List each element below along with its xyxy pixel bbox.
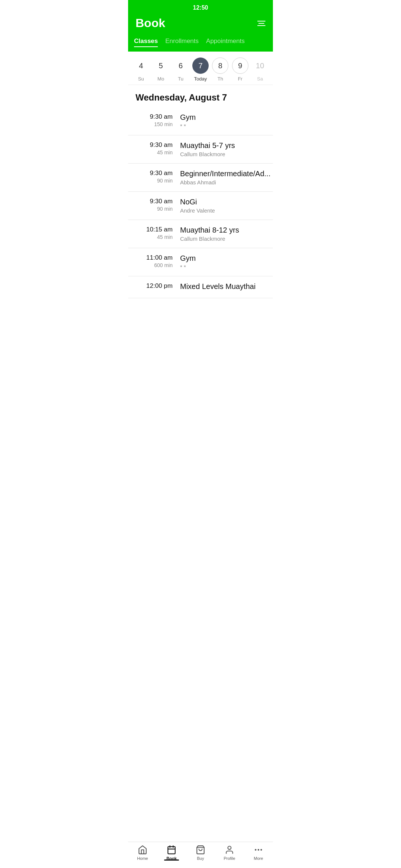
date-num-9: 9 <box>232 57 248 74</box>
date-label-4: Su <box>138 76 144 82</box>
day-title: Wednesday, August 7 <box>128 85 273 107</box>
date-picker: 4 Su 5 Mo 6 Tu 7 Today 8 Th 9 Fr 10 Sa <box>128 52 273 85</box>
class-time-dur-3: 90 min <box>136 206 173 212</box>
class-instructor-2: Abbas Ahmadi <box>180 179 270 185</box>
date-label-10: Sa <box>257 76 263 82</box>
class-info-6: Mixed Levels Muaythai <box>180 282 265 292</box>
class-instructor-0: * * <box>180 123 265 129</box>
class-item-5[interactable]: 11:00 am 600 min Gym * * <box>128 248 273 276</box>
date-item-7[interactable]: 7 Today <box>192 57 209 82</box>
class-item-3[interactable]: 9:30 am 90 min NoGi Andre Valente <box>128 192 273 220</box>
class-time-2: 9:30 am 90 min <box>136 170 173 184</box>
date-label-8: Th <box>218 76 223 82</box>
class-info-2: Beginner/Intermediate/Ad... Abbas Ahmadi <box>180 170 270 185</box>
class-item-2[interactable]: 9:30 am 90 min Beginner/Intermediate/Ad.… <box>128 164 273 192</box>
class-time-3: 9:30 am 90 min <box>136 198 173 212</box>
date-item-10[interactable]: 10 Sa <box>251 57 269 82</box>
class-item-6[interactable]: 12:00 pm Mixed Levels Muaythai <box>128 276 273 298</box>
class-info-4: Muaythai 8-12 yrs Callum Blackmore <box>180 226 265 242</box>
class-time-4: 10:15 am 45 min <box>136 226 173 240</box>
class-name-5: Gym <box>180 254 265 263</box>
date-num-4: 4 <box>133 57 149 74</box>
date-num-7: 7 <box>192 57 209 74</box>
class-time-0: 9:30 am 150 min <box>136 113 173 127</box>
filter-line-2 <box>258 23 264 24</box>
class-time-main-1: 9:30 am <box>136 141 173 149</box>
tabs-bar: Classes Enrollments Appointments <box>128 36 273 52</box>
class-list: 9:30 am 150 min Gym * * 9:30 am 45 min M… <box>128 107 273 298</box>
date-num-6: 6 <box>173 57 189 74</box>
class-info-1: Muaythai 5-7 yrs Callum Blackmore <box>180 141 265 157</box>
date-label-7: Today <box>194 76 207 82</box>
content-scroll: Wednesday, August 7 9:30 am 150 min Gym … <box>128 85 273 335</box>
class-name-6: Mixed Levels Muaythai <box>180 282 265 291</box>
class-instructor-4: Callum Blackmore <box>180 236 265 242</box>
date-label-5: Mo <box>157 76 164 82</box>
class-item-1[interactable]: 9:30 am 45 min Muaythai 5-7 yrs Callum B… <box>128 135 273 164</box>
status-bar: 12:50 <box>128 0 273 13</box>
date-num-5: 5 <box>153 57 169 74</box>
tab-enrollments[interactable]: Enrollments <box>165 36 199 47</box>
date-item-6[interactable]: 6 Tu <box>172 57 190 82</box>
class-info-3: NoGi Andre Valente <box>180 198 265 214</box>
header-title: Book <box>136 16 165 30</box>
class-name-0: Gym <box>180 113 265 122</box>
date-num-8: 8 <box>212 57 228 74</box>
class-name-3: NoGi <box>180 198 265 206</box>
date-label-9: Fr <box>238 76 242 82</box>
class-name-1: Muaythai 5-7 yrs <box>180 141 265 150</box>
filter-icon[interactable] <box>257 21 265 26</box>
class-instructor-3: Andre Valente <box>180 207 265 214</box>
class-time-dur-4: 45 min <box>136 234 173 240</box>
class-time-dur-1: 45 min <box>136 149 173 155</box>
class-time-main-5: 11:00 am <box>136 254 173 262</box>
filter-line-1 <box>257 21 265 22</box>
date-num-10: 10 <box>252 57 268 74</box>
class-time-main-0: 9:30 am <box>136 113 173 121</box>
class-time-dur-0: 150 min <box>136 121 173 127</box>
class-time-main-2: 9:30 am <box>136 170 173 177</box>
filter-line-3 <box>257 25 265 26</box>
class-time-dur-2: 90 min <box>136 178 173 184</box>
class-name-4: Muaythai 8-12 yrs <box>180 226 265 234</box>
class-time-main-3: 9:30 am <box>136 198 173 205</box>
class-time-dur-5: 600 min <box>136 262 173 268</box>
date-item-9[interactable]: 9 Fr <box>231 57 249 82</box>
class-time-6: 12:00 pm <box>136 282 173 290</box>
tab-appointments[interactable]: Appointments <box>206 36 245 47</box>
class-time-main-6: 12:00 pm <box>136 282 173 290</box>
class-time-1: 9:30 am 45 min <box>136 141 173 155</box>
class-instructor-5: * * <box>180 264 265 270</box>
class-info-5: Gym * * <box>180 254 265 270</box>
status-time: 12:50 <box>193 4 208 11</box>
date-item-8[interactable]: 8 Th <box>211 57 229 82</box>
date-item-4[interactable]: 4 Su <box>132 57 150 82</box>
date-item-5[interactable]: 5 Mo <box>152 57 170 82</box>
class-item-4[interactable]: 10:15 am 45 min Muaythai 8-12 yrs Callum… <box>128 220 273 248</box>
class-info-0: Gym * * <box>180 113 265 129</box>
class-item-0[interactable]: 9:30 am 150 min Gym * * <box>128 107 273 135</box>
date-label-6: Tu <box>178 76 183 82</box>
class-instructor-1: Callum Blackmore <box>180 151 265 157</box>
class-name-2: Beginner/Intermediate/Ad... <box>180 170 270 178</box>
tab-classes[interactable]: Classes <box>134 36 158 47</box>
class-time-5: 11:00 am 600 min <box>136 254 173 268</box>
header: Book <box>128 13 273 36</box>
class-time-main-4: 10:15 am <box>136 226 173 233</box>
